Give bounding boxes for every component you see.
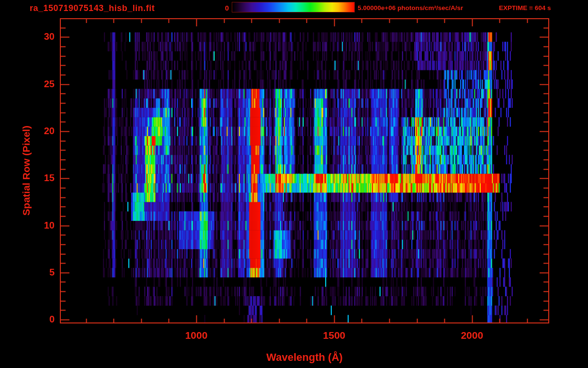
- y-tick-label: 25: [0, 79, 55, 90]
- x-tick-label: 1500: [310, 330, 358, 341]
- colorbar-max-label: 5.00000e+06 photons/cm²/sec/A/sr: [358, 4, 463, 12]
- colorbar-gradient: [232, 2, 354, 12]
- y-tick-label: 0: [0, 314, 55, 325]
- x-tick-label: 2000: [448, 330, 496, 341]
- y-tick-label: 20: [0, 126, 55, 137]
- y-tick-label: 5: [0, 267, 55, 278]
- y-tick-label: 15: [0, 172, 55, 184]
- filename-label: ra_150719075143_hisb_lin.fit: [30, 3, 155, 13]
- exptime-label: EXPTIME = 604 s: [499, 4, 551, 12]
- spectrogram-image: [0, 0, 588, 368]
- fits-viewer-window: ra_150719075143_hisb_lin.fit 0 5.00000e+…: [0, 0, 588, 368]
- y-tick-label: 10: [0, 220, 55, 231]
- colorbar-min-label: 0: [215, 4, 229, 12]
- x-axis-title: Wavelength (Å): [201, 351, 408, 364]
- y-axis-title: Spatial Row (Pixel): [21, 75, 32, 266]
- x-tick-label: 1000: [172, 330, 220, 341]
- y-tick-label: 30: [0, 31, 55, 42]
